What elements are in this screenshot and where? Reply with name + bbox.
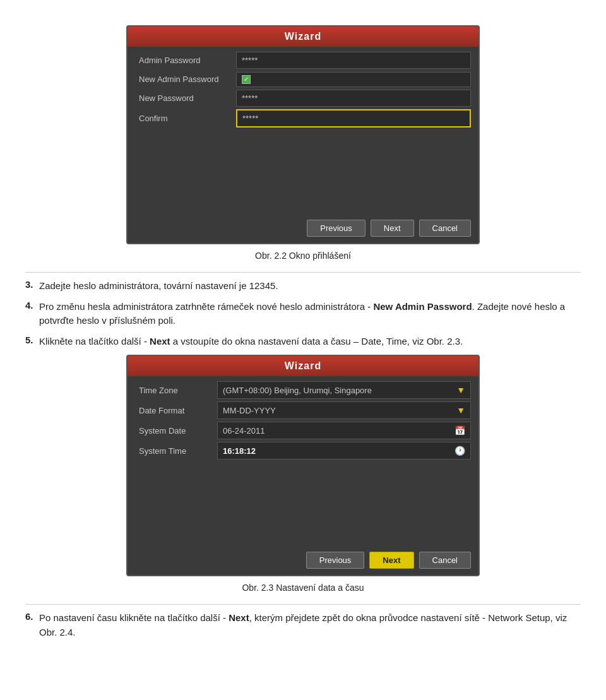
dialog2-spacer [135, 462, 471, 538]
dialog2-next-button[interactable]: Next [369, 552, 413, 569]
label-new-admin-password: New Admin Password [135, 71, 236, 87]
label-system-date: System Date [135, 423, 217, 439]
step-4-num: 4. [25, 300, 39, 311]
label-confirm: Confirm [135, 110, 236, 126]
dropdown-icon-timezone: ▼ [456, 385, 465, 395]
clock-icon[interactable]: 🕐 [454, 446, 465, 456]
step-6-num: 6. [25, 611, 39, 622]
row-date-format: Date Format MM-DD-YYYY ▼ [135, 401, 471, 419]
timezone-value: (GMT+08:00) Beijing, Urumqi, Singapore [223, 386, 372, 395]
dialog2-previous-button[interactable]: Previous [306, 552, 365, 569]
label-date-format: Date Format [135, 403, 217, 418]
wizard-dialog-1: Wizard Admin Password ***** New Admin Pa… [126, 25, 480, 244]
step-3-text: Zadejte heslo administrátora, tovární na… [39, 279, 581, 294]
dialog2-title: Wizard [128, 356, 478, 376]
system-time-value: 16:18:12 [223, 446, 256, 456]
field-date-format[interactable]: MM-DD-YYYY ▼ [217, 401, 471, 419]
label-admin-password: Admin Password [135, 52, 236, 68]
step-6-text: Po nastavení času klikněte na tlačítko d… [39, 611, 581, 639]
field-system-time[interactable]: 16:18:12 🕐 [217, 442, 471, 460]
date-format-value: MM-DD-YYYY [223, 406, 276, 415]
label-system-time: System Time [135, 443, 217, 459]
field-system-date[interactable]: 06-24-2011 📅 [217, 422, 471, 439]
dialog1-title: Wizard [128, 27, 478, 47]
row-system-time: System Time 16:18:12 🕐 [135, 442, 471, 460]
label-new-password: New Password [135, 90, 236, 106]
dialog1-footer: Previous Next Cancel [128, 213, 478, 243]
step-6: 6. Po nastavení času klikněte na tlačítk… [25, 611, 581, 639]
dialog2-footer: Previous Next Cancel [128, 545, 478, 575]
calendar-icon[interactable]: 📅 [454, 425, 465, 436]
label-timezone: Time Zone [135, 383, 217, 398]
step-5-text: Klikněte na tlačítko další - Next a vsto… [39, 335, 581, 349]
step-3: 3. Zadejte heslo administrátora, tovární… [25, 279, 581, 294]
dialog1-body: Admin Password ***** New Admin Password … [128, 47, 478, 213]
step-4: 4. Pro změnu hesla administrátora zatrhn… [25, 300, 581, 328]
dialog1-spacer [135, 130, 471, 206]
step-3-num: 3. [25, 279, 39, 290]
field-new-password[interactable]: ***** [236, 90, 471, 107]
row-system-date: System Date 06-24-2011 📅 [135, 422, 471, 439]
row-confirm: Confirm ***** [135, 109, 471, 128]
system-date-value: 06-24-2011 [223, 426, 265, 436]
step-4-text: Pro změnu hesla administrátora zatrhněte… [39, 300, 581, 328]
checkbox-new-admin[interactable]: ✓ [242, 75, 251, 84]
caption2: Obr. 2.3 Nastavení data a času [25, 583, 581, 593]
dropdown-icon-date-format: ▼ [456, 405, 465, 415]
field-confirm[interactable]: ***** [236, 109, 471, 128]
row-timezone: Time Zone (GMT+08:00) Beijing, Urumqi, S… [135, 381, 471, 399]
row-new-password: New Password ***** [135, 90, 471, 107]
field-new-admin-checkbox[interactable]: ✓ [236, 72, 471, 87]
step-5-num: 5. [25, 335, 39, 345]
dialog1-cancel-button[interactable]: Cancel [419, 220, 471, 237]
dialog1-previous-button[interactable]: Previous [307, 220, 365, 237]
dialog2-body: Time Zone (GMT+08:00) Beijing, Urumqi, S… [128, 376, 478, 545]
dialog1-next-button[interactable]: Next [371, 220, 414, 237]
step-5: 5. Klikněte na tlačítko další - Next a v… [25, 335, 581, 349]
field-timezone[interactable]: (GMT+08:00) Beijing, Urumqi, Singapore ▼ [217, 381, 471, 399]
dialog2-cancel-button[interactable]: Cancel [419, 552, 471, 569]
divider-2 [25, 604, 581, 605]
divider-1 [25, 272, 581, 273]
wizard-dialog-2: Wizard Time Zone (GMT+08:00) Beijing, Ur… [126, 355, 480, 576]
field-admin-password[interactable]: ***** [236, 52, 471, 69]
caption1: Obr. 2.2 Okno přihlášení [25, 251, 581, 261]
row-admin-password: Admin Password ***** [135, 52, 471, 69]
row-new-admin-password: New Admin Password ✓ [135, 71, 471, 87]
